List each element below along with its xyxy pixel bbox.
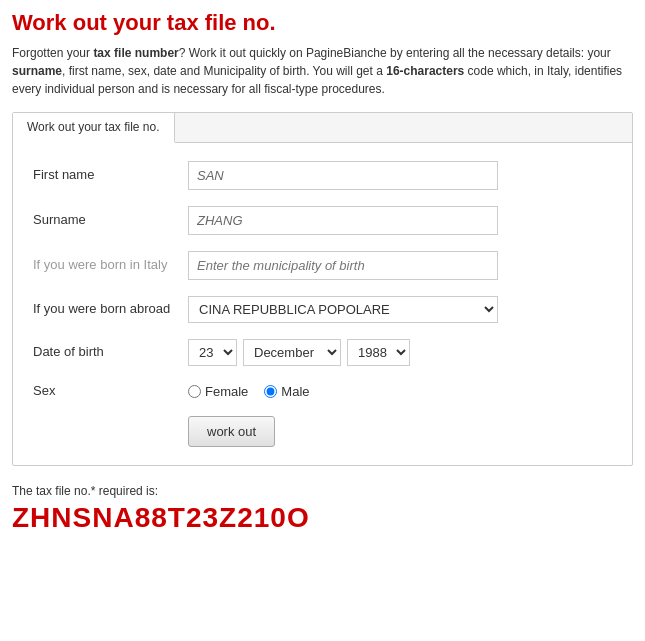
tab-work-out[interactable]: Work out your tax file no. [13, 113, 175, 143]
result-code: ZHNSNA88T23Z210O [12, 502, 633, 534]
dob-row: Date of birth 12345678910111213141516171… [33, 339, 612, 366]
form-container: Work out your tax file no. First name Su… [12, 112, 633, 466]
first-name-wrap [188, 161, 612, 190]
dob-day-select[interactable]: 1234567891011121314151617181920212223242… [188, 339, 237, 366]
country-select[interactable]: AFGHANISTANALBANIAALGERIAANDORRAANGOLAAN… [188, 296, 498, 323]
surname-wrap [188, 206, 612, 235]
sex-male-radio[interactable] [264, 385, 277, 398]
born-italy-label: If you were born in Italy [33, 256, 188, 274]
born-abroad-label: If you were born abroad [33, 300, 188, 318]
first-name-row: First name [33, 161, 612, 190]
intro-text: Forgotten your tax file number? Work it … [12, 44, 633, 98]
sex-female-radio[interactable] [188, 385, 201, 398]
sex-male-option[interactable]: Male [264, 384, 309, 399]
born-abroad-wrap: AFGHANISTANALBANIAALGERIAANDORRAANGOLAAN… [188, 296, 612, 323]
sex-male-label: Male [281, 384, 309, 399]
dob-month-select[interactable]: JanuaryFebruaryMarchAprilMayJuneJulyAugu… [243, 339, 341, 366]
form-body: First name Surname If you were born in I… [13, 143, 632, 465]
dob-wrap: 1234567891011121314151617181920212223242… [188, 339, 612, 366]
work-out-button[interactable]: work out [188, 416, 275, 447]
first-name-label: First name [33, 166, 188, 184]
surname-input[interactable] [188, 206, 498, 235]
button-row: work out [188, 416, 612, 447]
municipality-input[interactable] [188, 251, 498, 280]
dob-label: Date of birth [33, 343, 188, 361]
sex-label: Sex [33, 382, 188, 400]
dob-year-select[interactable]: 1900190119021903190419051906190719081909… [347, 339, 410, 366]
first-name-input[interactable] [188, 161, 498, 190]
sex-wrap: Female Male [188, 384, 612, 399]
result-section: The tax file no.* required is: ZHNSNA88T… [12, 484, 633, 534]
surname-row: Surname [33, 206, 612, 235]
result-label: The tax file no.* required is: [12, 484, 633, 498]
born-abroad-row: If you were born abroad AFGHANISTANALBAN… [33, 296, 612, 323]
sex-female-label: Female [205, 384, 248, 399]
sex-female-option[interactable]: Female [188, 384, 248, 399]
sex-row: Sex Female Male [33, 382, 612, 400]
born-italy-wrap [188, 251, 612, 280]
page-title: Work out your tax file no. [12, 10, 633, 36]
born-italy-row: If you were born in Italy [33, 251, 612, 280]
tab-header: Work out your tax file no. [13, 113, 632, 143]
surname-label: Surname [33, 211, 188, 229]
